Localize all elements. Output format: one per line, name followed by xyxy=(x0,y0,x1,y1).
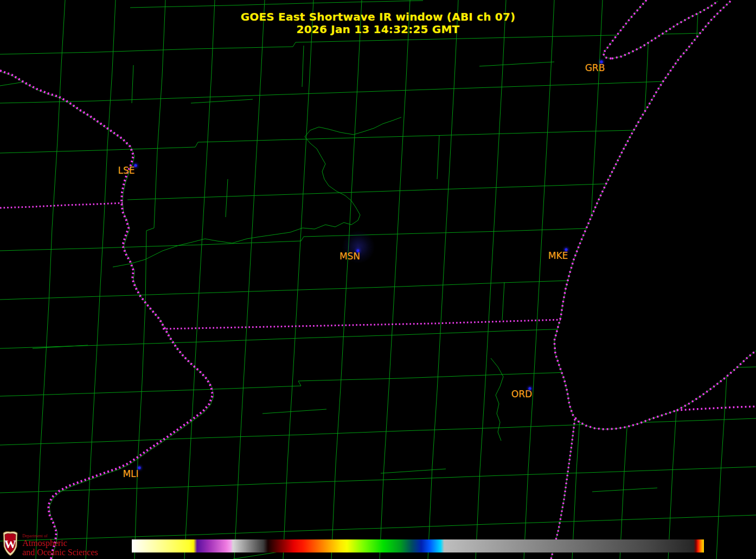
station-label-msn: MSN xyxy=(339,252,360,261)
station-dot-lse xyxy=(134,164,137,167)
station-dot-mke xyxy=(565,249,568,251)
temperature-colorbar xyxy=(132,539,704,552)
county-boundary-line xyxy=(524,0,554,559)
county-boundary-line xyxy=(381,469,446,473)
state-border-in-mi-dotted-border xyxy=(677,406,756,410)
county-boundary-line xyxy=(234,0,265,559)
station-dot-msn xyxy=(357,250,360,252)
county-boundary-line xyxy=(302,46,304,87)
county-boundary-line xyxy=(0,82,24,86)
station-label-ord: ORD xyxy=(511,390,532,399)
county-boundary-line xyxy=(262,409,326,414)
county-boundary-line xyxy=(33,345,88,348)
county-boundary-line xyxy=(437,136,439,179)
state-border-il-in-dotted-border xyxy=(551,419,575,559)
county-boundary-line xyxy=(36,0,65,559)
station-label-grb: GRB xyxy=(585,63,605,73)
image-title: GOES East Shortwave IR window (ABI ch 07… xyxy=(0,11,756,23)
station-dot-grb xyxy=(600,61,603,63)
image-title-block: GOES East Shortwave IR window (ABI ch 07… xyxy=(0,11,756,36)
county-boundary-line xyxy=(428,0,458,559)
county-boundary-line xyxy=(0,418,756,445)
map-overlay-svg xyxy=(0,0,756,559)
county-boundary-line xyxy=(184,0,215,559)
county-boundary-line xyxy=(191,99,253,103)
county-boundary-line xyxy=(130,1,423,8)
station-label-lse: LSE xyxy=(118,166,134,175)
county-boundary-line xyxy=(491,358,503,441)
county-boundary-line xyxy=(502,282,504,320)
logo-text: Department of Atmospheric and Oceanic Sc… xyxy=(22,530,98,557)
satellite-image-viewport: GOES East Shortwave IR window (ABI ch 07… xyxy=(0,0,756,559)
logo-dept-line: Department of xyxy=(22,533,98,538)
logo-line-2: and Oceanic Sciences xyxy=(22,548,98,557)
county-boundary-line xyxy=(132,65,133,103)
station-dot-ord xyxy=(529,388,531,390)
logo-line-1: Atmospheric xyxy=(22,538,98,548)
county-boundary-line xyxy=(331,0,362,559)
county-boundary-line xyxy=(476,0,506,559)
county-boundary-line xyxy=(592,488,657,492)
state-border-wi-il-dotted-border xyxy=(163,320,561,329)
image-timestamp: 2026 Jan 13 14:32:25 GMT xyxy=(0,23,756,36)
uw-crest-icon: W xyxy=(2,530,19,557)
county-boundary-line xyxy=(0,79,756,103)
county-boundary-line xyxy=(226,179,228,217)
county-boundary-line xyxy=(0,515,756,541)
county-boundary-line xyxy=(380,0,410,559)
svg-text:W: W xyxy=(4,537,16,551)
county-boundary-line xyxy=(283,0,313,559)
station-label-mke: MKE xyxy=(548,251,568,261)
station-label-mli: MLI xyxy=(123,469,138,479)
station-dot-mli xyxy=(138,467,141,469)
county-boundary-line xyxy=(479,62,554,66)
mississippi-river-dotted-border xyxy=(0,71,213,559)
state-border-mn-ia-dotted-border xyxy=(0,203,123,208)
aos-logo: W Department of Atmospheric and Oceanic … xyxy=(2,530,98,557)
county-boundary-line xyxy=(134,0,165,559)
shoreline-county-line xyxy=(551,419,575,559)
